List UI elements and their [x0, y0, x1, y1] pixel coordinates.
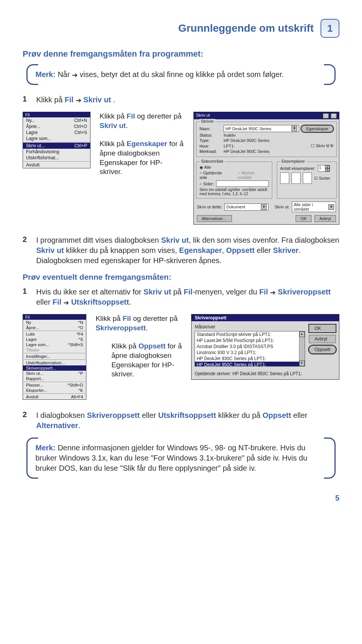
menu-item[interactable]: Lukk^F4 [23, 331, 86, 337]
skriveroppset-dialog: Skriveroppsett Målskriver Standard PostS… [191, 314, 339, 380]
callout-fil-skrivut: Klikk på Fil og deretter på Skriv ut. [100, 112, 184, 130]
menu-title: Fil [23, 112, 90, 117]
list-item[interactable]: HP LaserJet 5/5M PostScript på LPT1: [195, 337, 305, 344]
list-item[interactable]: Standard PostScript-skriver på LPT1: [195, 331, 305, 337]
printer-name: HP DeskJet 950C Series [225, 126, 271, 131]
menu-item[interactable]: Utskriftsformat... [23, 155, 90, 161]
note-box-2: Merk: Denne informasjonen gjelder for Wi… [26, 438, 336, 479]
menu-item[interactable]: Eksporter...^E [23, 388, 86, 393]
callout-fil-skriveroppset: Klikk på Fil og deretter på Skriveroppse… [95, 314, 182, 333]
arrow-icon: ➔ [63, 299, 69, 307]
callout-column-1: Klikk på Fil og deretter på Skriv ut. Kl… [100, 112, 184, 177]
menu-item[interactable]: Forhåndsvisning [23, 149, 90, 155]
label-navn: Navn: [199, 126, 221, 131]
menu-item[interactable]: AvsluttAlt+F4 [23, 394, 86, 399]
menu-item[interactable]: LagreCtrl+S [23, 129, 90, 136]
label-merknad: Merknad: [199, 149, 221, 154]
alt-section-title: Prøv eventuelt denne fremgangsmåten: [23, 273, 339, 282]
step-2: 2 I programmet ditt vises dialogboksen S… [23, 235, 339, 266]
avbryt-button[interactable]: Avbryt [309, 335, 336, 343]
egenskaper-button[interactable]: Egenskaper [301, 125, 333, 132]
printer-list[interactable]: Standard PostScript-skriver på LPT1:HP L… [195, 331, 305, 367]
figure-row-2: Fil Ny^NÅpne...^OLukk^F4Lagre^SLagre som… [23, 314, 339, 400]
file-menu-screenshot-2: Fil Ny^NÅpne...^OLukk^F4Lagre^SLagre som… [23, 314, 86, 400]
list-item[interactable]: HP DeskJet 950C Series på LPT1: [195, 362, 305, 367]
group-skriver: Skriver Navn: HP DeskJet 950C Series ▾ E… [196, 122, 337, 157]
menu-item[interactable]: Skriv ut...Ctrl+P [23, 143, 90, 149]
menu-item[interactable]: Lagre som... [23, 136, 90, 142]
note-label: Merk: [35, 70, 55, 79]
menu-item[interactable]: Plasser...^Shift+D [23, 382, 86, 388]
chapter-header: Grunnleggende om utskrift 1 [23, 19, 339, 38]
value-hvor: LPT1: [224, 144, 235, 148]
chapter-title: Grunnleggende om utskrift [178, 22, 314, 34]
section-subtitle: Prøv denne fremgangsmåten fra programmet… [23, 49, 339, 59]
close-icon: ✕ [331, 113, 337, 119]
radio-sider[interactable]: Sider: [199, 182, 214, 186]
dialog-titlebar: Skriv ut ? ✕ [194, 112, 339, 119]
radio-merket: Merket område [238, 171, 269, 180]
spinner-up-icon[interactable]: ▴ [325, 165, 330, 168]
menu-item[interactable]: Avslutt [23, 162, 90, 168]
menu-item: Tilbake [23, 347, 86, 353]
step-number: 2 [23, 235, 29, 266]
alt-step2-text: I dialogboksen Skriveroppsett eller Utsk… [36, 410, 339, 431]
step1-text: Klikk på [36, 96, 65, 104]
label-type: Type: [199, 138, 221, 143]
arrow-icon: ➔ [72, 71, 78, 79]
combo-skrivut[interactable]: Alle sider i området▾ [292, 202, 336, 212]
chk-skriv-til-fil[interactable]: Skriv til fil [311, 143, 333, 148]
value-merknad: HP DeskJet 950C Series [224, 149, 269, 154]
pages-input[interactable] [216, 180, 268, 187]
scrollbar[interactable]: ▴▾ [299, 331, 305, 366]
value-status: Inaktiv [224, 133, 236, 137]
callout-oppsett: Klikk på Oppsett for å åpne dialogboksen… [111, 342, 182, 379]
step2-text: I programmet ditt vises dialogboksen Skr… [36, 235, 339, 266]
menu-item[interactable]: Rapport... [23, 376, 86, 381]
group-title-eks: Eksemplarer [280, 159, 307, 163]
menu-item[interactable]: Skriv ut...^P [23, 371, 86, 376]
alt-step-1: 1 Hvis du ikke ser et alternativ for Skr… [23, 287, 339, 307]
scroll-up-icon[interactable]: ▴ [299, 331, 305, 337]
menu-item[interactable]: Åpne...Ctrl+O [23, 123, 90, 129]
menu-item[interactable]: Lagre som...^Shift+S [23, 342, 86, 347]
step-number: 1 [23, 95, 29, 105]
oppsett-button[interactable]: Oppsett [309, 345, 336, 354]
alternativer-button[interactable]: Alternativer… [197, 215, 232, 222]
radio-alle[interactable]: Alle [199, 165, 211, 170]
group-sideomrade: Sideområde Alle Gjeldende side Merket om… [196, 162, 272, 199]
label-antall: Antall eksemplarer: [280, 166, 316, 171]
menu-item[interactable]: Utskriftsalternativer... [23, 360, 86, 365]
arrow-icon: ➔ [270, 289, 276, 296]
group-eksemplarer: Eksemplarer Antall eksemplarer: 1▴▾ Sort… [277, 162, 337, 199]
combo-dette[interactable]: Dokument▾ [224, 203, 268, 211]
scroll-down-icon[interactable]: ▾ [299, 361, 305, 366]
menu-item[interactable]: Skriveroppsett... [23, 365, 86, 371]
current-printer-status: Gjeldende skriver: HP DeskJet 950C Serie… [192, 370, 339, 379]
chk-sorter[interactable]: Sorter [314, 176, 330, 181]
label-skrivut: Skriv ut: [275, 205, 290, 209]
chevron-down-icon: ▾ [261, 204, 267, 210]
menu-item[interactable]: Lagre^S [23, 337, 86, 342]
menu-item[interactable]: Ny...Ctrl+N [23, 117, 90, 123]
ok-button[interactable]: OK [296, 215, 311, 222]
label-hvor: Hvor: [199, 144, 221, 148]
list-item[interactable]: Linotronic 930 V 3.2 på LPT1: [195, 350, 305, 356]
copies-spinner[interactable]: 1▴▾ [318, 165, 330, 172]
dialog-title: Skriv ut [196, 113, 210, 119]
list-item[interactable]: HP DeskJet 930C Series på LPT1: [195, 356, 305, 362]
menu-item[interactable]: Ny^N [23, 320, 86, 325]
step-number: 2 [23, 410, 29, 431]
avbryt-button[interactable]: Avbryt [314, 215, 336, 222]
callout-column-2: Klikk på Fil og deretter på Skriveroppse… [95, 314, 182, 379]
radio-gjeldende[interactable]: Gjeldende side [199, 171, 230, 180]
menu-item[interactable]: Åpne...^O [23, 325, 86, 330]
list-item[interactable]: Acrobat Distiller 3.0 på \DISTASST.PS [195, 344, 305, 350]
printer-combo[interactable]: HP DeskJet 950C Series ▾ [224, 125, 299, 132]
dot: . [113, 96, 115, 104]
spinner-down-icon[interactable]: ▾ [325, 168, 330, 171]
copies-value: 1 [318, 165, 325, 171]
menu-item[interactable]: Innstillinger... [23, 354, 86, 359]
ok-button[interactable]: OK [309, 324, 336, 333]
collate-thumbs [280, 173, 312, 184]
